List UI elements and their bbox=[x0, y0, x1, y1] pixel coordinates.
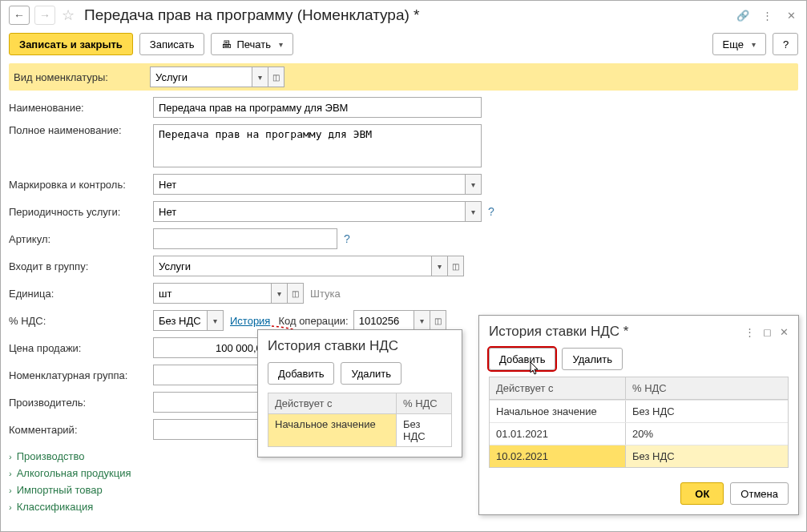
back-button[interactable]: ← bbox=[9, 6, 30, 25]
nom-group-input[interactable] bbox=[154, 365, 271, 385]
dialog-add-button[interactable]: Добавить bbox=[489, 348, 555, 370]
printer-icon bbox=[221, 38, 232, 50]
popover-title: История ставки НДС bbox=[268, 338, 452, 354]
periodicity-input[interactable] bbox=[154, 202, 465, 221]
vat-label: % НДС: bbox=[9, 315, 153, 327]
table-header: % НДС bbox=[397, 393, 451, 414]
chevron-right-icon: › bbox=[9, 502, 12, 512]
dropdown-icon[interactable]: ▾ bbox=[431, 256, 447, 276]
dialog-ok-button[interactable]: ОК bbox=[680, 482, 724, 505]
article-label: Артикул: bbox=[9, 233, 153, 245]
dropdown-icon[interactable]: ▾ bbox=[414, 311, 430, 330]
help-hint-icon[interactable]: ? bbox=[344, 232, 350, 245]
chevron-right-icon: › bbox=[9, 469, 12, 478]
kind-input[interactable] bbox=[151, 67, 252, 87]
vat-history-popover: История ставки НДС Добавить Удалить Дейс… bbox=[257, 329, 462, 457]
table-header: Действует с bbox=[490, 377, 626, 400]
kebab-menu-icon[interactable]: ⋮ bbox=[744, 326, 755, 338]
open-icon[interactable]: ◫ bbox=[268, 67, 284, 87]
kind-label: Вид номенклатуры: bbox=[14, 71, 150, 83]
nom-group-combo[interactable] bbox=[153, 365, 272, 385]
unit-combo[interactable]: ▾ ◫ bbox=[153, 283, 304, 304]
group-input[interactable] bbox=[154, 256, 431, 276]
kebab-menu-icon[interactable]: ⋮ bbox=[760, 8, 774, 22]
save-and-close-button[interactable]: Записать и закрыть bbox=[9, 33, 133, 55]
open-icon[interactable]: ◫ bbox=[287, 284, 303, 303]
page-title: Передача прав на программу (Номенклатура… bbox=[84, 6, 420, 24]
dialog-table: Действует с % НДС Начальное значение Без… bbox=[489, 377, 789, 468]
open-icon[interactable]: ◫ bbox=[447, 256, 463, 276]
marking-label: Маркировка и контроль: bbox=[9, 179, 153, 191]
name-label: Наименование: bbox=[9, 102, 153, 114]
comment-input[interactable] bbox=[153, 419, 273, 440]
dropdown-icon[interactable]: ▾ bbox=[271, 284, 287, 303]
op-code-combo[interactable]: ▾ ◫ bbox=[353, 310, 446, 331]
unit-label: Единица: bbox=[9, 288, 153, 300]
chevron-right-icon: › bbox=[9, 486, 12, 495]
table-row[interactable]: Начальное значение Без НДС bbox=[268, 414, 451, 446]
link-icon[interactable] bbox=[736, 8, 750, 22]
dropdown-icon[interactable]: ▾ bbox=[207, 311, 223, 330]
open-icon[interactable]: ◫ bbox=[430, 311, 446, 330]
maximize-icon[interactable]: ◻ bbox=[763, 326, 772, 338]
dropdown-icon[interactable]: ▾ bbox=[252, 67, 268, 87]
forward-button[interactable]: → bbox=[34, 6, 55, 25]
favorite-star-icon[interactable]: ☆ bbox=[60, 7, 76, 23]
table-row[interactable]: 01.01.2021 20% bbox=[490, 423, 788, 445]
close-icon[interactable]: ✕ bbox=[784, 8, 798, 22]
help-hint-icon[interactable]: ? bbox=[488, 205, 494, 218]
unit-input[interactable] bbox=[154, 284, 271, 303]
vat-history-dialog: История ставки НДС * ⋮ ◻ ✕ Добавить Удал… bbox=[478, 315, 799, 515]
price-input[interactable] bbox=[153, 337, 273, 358]
popover-table: Действует с % НДС Начальное значение Без… bbox=[268, 393, 452, 447]
close-icon[interactable]: ✕ bbox=[780, 326, 789, 338]
print-button[interactable]: Печать bbox=[211, 33, 293, 55]
popover-delete-button[interactable]: Удалить bbox=[341, 362, 401, 385]
save-button[interactable]: Записать bbox=[139, 33, 205, 55]
name-input[interactable] bbox=[153, 97, 482, 118]
nom-group-label: Номенклатурная группа: bbox=[9, 369, 153, 381]
op-code-input[interactable] bbox=[354, 311, 414, 330]
chevron-right-icon: › bbox=[9, 452, 12, 461]
dropdown-icon[interactable]: ▾ bbox=[465, 175, 481, 194]
help-button[interactable]: ? bbox=[773, 33, 798, 55]
full-name-label: Полное наименование: bbox=[9, 124, 153, 136]
op-code-label: Код операции: bbox=[278, 315, 348, 327]
unit-full-text: Штука bbox=[310, 288, 341, 300]
group-label: Входит в группу: bbox=[9, 260, 153, 272]
vat-input[interactable] bbox=[154, 311, 207, 330]
popover-add-button[interactable]: Добавить bbox=[268, 362, 334, 385]
producer-label: Производитель: bbox=[9, 397, 153, 409]
table-header: % НДС bbox=[626, 377, 788, 400]
dropdown-icon[interactable]: ▾ bbox=[465, 202, 481, 221]
table-row[interactable]: 10.02.2021 Без НДС bbox=[490, 445, 788, 467]
full-name-textarea[interactable]: Передача прав на программу для ЭВМ bbox=[153, 124, 482, 167]
kind-combo[interactable]: ▾ ◫ bbox=[150, 66, 284, 87]
dialog-title: История ставки НДС * bbox=[489, 324, 628, 340]
history-link[interactable]: История bbox=[230, 315, 270, 327]
dialog-delete-button[interactable]: Удалить bbox=[562, 348, 623, 370]
more-button[interactable]: Еще bbox=[712, 33, 766, 55]
price-label: Цена продажи: bbox=[9, 342, 153, 354]
periodicity-combo[interactable]: ▾ bbox=[153, 201, 482, 222]
marking-input[interactable] bbox=[154, 175, 465, 194]
periodicity-label: Периодичность услуги: bbox=[9, 206, 153, 218]
vat-combo[interactable]: ▾ bbox=[153, 310, 224, 331]
producer-combo[interactable] bbox=[153, 392, 272, 413]
table-row[interactable]: Начальное значение Без НДС bbox=[490, 401, 788, 423]
producer-input[interactable] bbox=[154, 393, 271, 412]
comment-label: Комментарий: bbox=[9, 424, 153, 436]
table-header: Действует с bbox=[268, 393, 397, 414]
group-combo[interactable]: ▾ ◫ bbox=[153, 256, 464, 276]
dialog-cancel-button[interactable]: Отмена bbox=[730, 482, 789, 505]
marking-combo[interactable]: ▾ bbox=[153, 174, 482, 195]
article-input[interactable] bbox=[153, 228, 337, 249]
